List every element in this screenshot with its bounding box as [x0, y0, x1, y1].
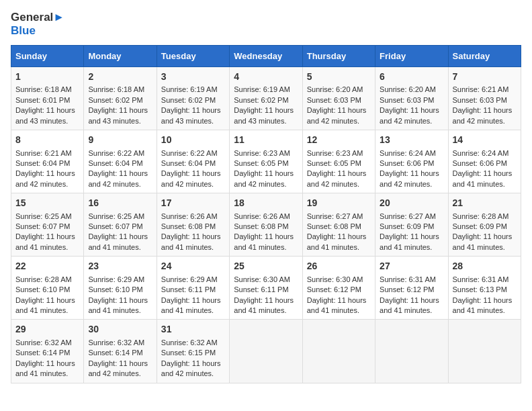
- calendar-cell: [230, 320, 302, 383]
- sunset-label: Sunset: 6:10 PM: [88, 285, 142, 293]
- day-number: 17: [161, 197, 225, 210]
- sunrise-label: Sunrise: 6:23 AM: [307, 149, 363, 157]
- calendar-cell: 20 Sunrise: 6:27 AM Sunset: 6:09 PM Dayl…: [375, 193, 448, 257]
- sunset-label: Sunset: 6:11 PM: [234, 285, 288, 293]
- sunrise-label: Sunrise: 6:24 AM: [453, 149, 509, 157]
- daylight-label: Daylight: 11 hoursand 41 minutes.: [453, 296, 513, 314]
- sunrise-label: Sunrise: 6:18 AM: [15, 85, 72, 93]
- daylight-label: Daylight: 11 hoursand 42 minutes.: [161, 359, 221, 377]
- col-saturday: Saturday: [448, 45, 521, 66]
- calendar-cell: 2 Sunrise: 6:18 AM Sunset: 6:02 PM Dayli…: [84, 66, 157, 130]
- calendar-cell: 30 Sunrise: 6:32 AM Sunset: 6:14 PM Dayl…: [84, 320, 157, 383]
- day-number: 29: [15, 323, 79, 336]
- day-number: 14: [453, 134, 517, 147]
- sunrise-label: Sunrise: 6:25 AM: [15, 212, 72, 220]
- sunset-label: Sunset: 6:09 PM: [453, 222, 507, 230]
- calendar-cell: 5 Sunrise: 6:20 AM Sunset: 6:03 PM Dayli…: [302, 66, 375, 130]
- calendar-cell: [375, 320, 448, 383]
- calendar-cell: 23 Sunrise: 6:29 AM Sunset: 6:10 PM Dayl…: [84, 257, 157, 320]
- col-monday: Monday: [84, 45, 157, 66]
- sunrise-label: Sunrise: 6:28 AM: [453, 212, 509, 220]
- daylight-label: Daylight: 11 hoursand 41 minutes.: [453, 232, 513, 250]
- sunset-label: Sunset: 6:15 PM: [161, 349, 216, 357]
- day-number: 13: [380, 134, 443, 147]
- sunrise-label: Sunrise: 6:20 AM: [380, 85, 436, 93]
- daylight-label: Daylight: 11 hoursand 43 minutes.: [15, 106, 75, 124]
- calendar-cell: 15 Sunrise: 6:25 AM Sunset: 6:07 PM Dayl…: [11, 193, 84, 257]
- day-number: 26: [307, 260, 371, 273]
- calendar-cell: 9 Sunrise: 6:22 AM Sunset: 6:04 PM Dayli…: [84, 130, 157, 193]
- day-number: 27: [380, 260, 443, 273]
- calendar-cell: 26 Sunrise: 6:30 AM Sunset: 6:12 PM Dayl…: [302, 257, 375, 320]
- calendar-cell: 6 Sunrise: 6:20 AM Sunset: 6:03 PM Dayli…: [375, 66, 448, 130]
- sunset-label: Sunset: 6:08 PM: [234, 222, 288, 230]
- sunrise-label: Sunrise: 6:21 AM: [453, 85, 509, 93]
- day-number: 9: [88, 134, 152, 147]
- col-tuesday: Tuesday: [157, 45, 229, 66]
- calendar-cell: 18 Sunrise: 6:26 AM Sunset: 6:08 PM Dayl…: [230, 193, 302, 257]
- calendar-cell: [448, 320, 521, 383]
- sunrise-label: Sunrise: 6:30 AM: [234, 275, 290, 283]
- day-number: 12: [307, 134, 371, 147]
- sunrise-label: Sunrise: 6:31 AM: [453, 275, 509, 283]
- sunset-label: Sunset: 6:06 PM: [453, 159, 507, 167]
- sunset-label: Sunset: 6:06 PM: [380, 159, 434, 167]
- day-number: 23: [88, 260, 152, 273]
- sunset-label: Sunset: 6:01 PM: [15, 96, 70, 104]
- sunset-label: Sunset: 6:12 PM: [380, 285, 434, 293]
- sunrise-label: Sunrise: 6:19 AM: [234, 85, 290, 93]
- sunset-label: Sunset: 6:04 PM: [15, 159, 70, 167]
- sunset-label: Sunset: 6:12 PM: [307, 285, 361, 293]
- calendar-body: 1 Sunrise: 6:18 AM Sunset: 6:01 PM Dayli…: [11, 66, 521, 383]
- sunrise-label: Sunrise: 6:22 AM: [88, 149, 144, 157]
- sunset-label: Sunset: 6:14 PM: [88, 349, 142, 357]
- daylight-label: Daylight: 11 hoursand 43 minutes.: [88, 106, 148, 124]
- day-number: 10: [161, 134, 225, 147]
- sunrise-label: Sunrise: 6:19 AM: [161, 85, 218, 93]
- calendar-cell: 24 Sunrise: 6:29 AM Sunset: 6:11 PM Dayl…: [157, 257, 229, 320]
- calendar-cell: 28 Sunrise: 6:31 AM Sunset: 6:13 PM Dayl…: [448, 257, 521, 320]
- calendar-cell: 21 Sunrise: 6:28 AM Sunset: 6:09 PM Dayl…: [448, 193, 521, 257]
- sunrise-label: Sunrise: 6:27 AM: [380, 212, 436, 220]
- sunset-label: Sunset: 6:04 PM: [88, 159, 142, 167]
- sunrise-label: Sunrise: 6:29 AM: [88, 275, 144, 283]
- sunrise-label: Sunrise: 6:21 AM: [15, 149, 72, 157]
- daylight-label: Daylight: 11 hoursand 42 minutes.: [380, 106, 439, 124]
- sunset-label: Sunset: 6:09 PM: [380, 222, 434, 230]
- daylight-label: Daylight: 11 hoursand 41 minutes.: [15, 359, 75, 377]
- day-number: 18: [234, 197, 298, 210]
- col-friday: Friday: [375, 45, 448, 66]
- calendar-table: Sunday Monday Tuesday Wednesday Thursday…: [11, 45, 521, 383]
- sunrise-label: Sunrise: 6:22 AM: [161, 149, 218, 157]
- calendar-week-row: 15 Sunrise: 6:25 AM Sunset: 6:07 PM Dayl…: [11, 193, 521, 257]
- sunset-label: Sunset: 6:13 PM: [453, 285, 507, 293]
- col-thursday: Thursday: [302, 45, 375, 66]
- calendar-cell: 10 Sunrise: 6:22 AM Sunset: 6:04 PM Dayl…: [157, 130, 229, 193]
- sunrise-label: Sunrise: 6:32 AM: [88, 338, 144, 347]
- daylight-label: Daylight: 11 hoursand 42 minutes.: [307, 169, 367, 187]
- sunrise-label: Sunrise: 6:25 AM: [88, 212, 144, 220]
- day-number: 7: [453, 71, 517, 84]
- sunrise-label: Sunrise: 6:32 AM: [161, 338, 218, 347]
- col-wednesday: Wednesday: [230, 45, 302, 66]
- day-number: 1: [15, 71, 79, 84]
- sunset-label: Sunset: 6:07 PM: [88, 222, 142, 230]
- daylight-label: Daylight: 11 hoursand 41 minutes.: [161, 232, 221, 250]
- day-number: 4: [234, 71, 298, 84]
- col-sunday: Sunday: [11, 45, 84, 66]
- day-number: 16: [88, 197, 152, 210]
- sunset-label: Sunset: 6:08 PM: [161, 222, 216, 230]
- calendar-cell: 22 Sunrise: 6:28 AM Sunset: 6:10 PM Dayl…: [11, 257, 84, 320]
- daylight-label: Daylight: 11 hoursand 42 minutes.: [453, 106, 513, 124]
- daylight-label: Daylight: 11 hoursand 42 minutes.: [88, 169, 148, 187]
- daylight-label: Daylight: 11 hoursand 41 minutes.: [161, 296, 221, 314]
- day-number: 21: [453, 197, 517, 210]
- sunrise-label: Sunrise: 6:30 AM: [307, 275, 363, 283]
- calendar-week-row: 29 Sunrise: 6:32 AM Sunset: 6:14 PM Dayl…: [11, 320, 521, 383]
- calendar-cell: 7 Sunrise: 6:21 AM Sunset: 6:03 PM Dayli…: [448, 66, 521, 130]
- sunset-label: Sunset: 6:02 PM: [161, 96, 216, 104]
- daylight-label: Daylight: 11 hoursand 42 minutes.: [234, 169, 294, 187]
- day-number: 22: [15, 260, 79, 273]
- daylight-label: Daylight: 11 hoursand 42 minutes.: [88, 359, 148, 377]
- sunset-label: Sunset: 6:10 PM: [15, 285, 70, 293]
